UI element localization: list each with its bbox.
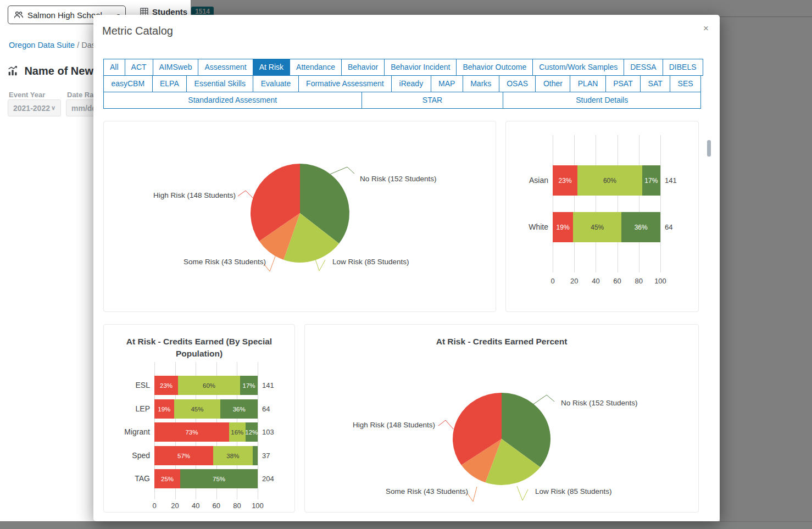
modal-backdrop-right <box>720 17 812 521</box>
axis-tick-label: 80 <box>227 502 246 510</box>
tab-behavior[interactable]: Behavior <box>341 59 385 76</box>
tab-elpa[interactable]: ELPA <box>152 75 187 92</box>
tab-aimsweb[interactable]: AIMSweb <box>153 59 199 76</box>
pie-leader-line <box>532 395 554 405</box>
tab-row-3: Standardized AssessmentSTARStudent Detai… <box>103 92 701 109</box>
axis-tick-label: 80 <box>630 277 648 285</box>
close-icon[interactable]: × <box>703 24 709 33</box>
metric-card-at-risk-pie[interactable]: No Risk (152 Students)Low Risk (85 Stude… <box>103 121 496 312</box>
bar-total-label: 37 <box>262 452 270 460</box>
tab-at-risk[interactable]: At Risk <box>253 59 290 76</box>
tab-student-details[interactable]: Student Details <box>503 92 701 109</box>
bar-segment: 23% <box>154 376 178 395</box>
date-range-label: Date Ra <box>67 91 93 99</box>
modal-scrollbar-thumb[interactable] <box>707 140 711 157</box>
bar-segment: 17% <box>240 376 258 395</box>
bar-segment <box>253 446 258 465</box>
chevron-down-icon: ∨ <box>51 104 55 112</box>
metric-card-credits-by-special-population[interactable]: At Risk - Credits Earned (By Special Pop… <box>103 324 295 513</box>
bar-segment: 60% <box>178 376 240 395</box>
tab-osas[interactable]: OSAS <box>499 75 536 92</box>
bar-segment-label: 16% <box>231 429 243 436</box>
tab-star[interactable]: STAR <box>361 92 504 109</box>
screen: Salmon High School ▾ Students 1514 Orego… <box>0 0 812 529</box>
bar-segment-label: 60% <box>203 382 215 389</box>
bar-category-label: ESL <box>104 381 150 389</box>
tab-essential-skills[interactable]: Essential Skills <box>186 75 253 92</box>
tab-easycbm[interactable]: easyCBM <box>103 75 153 92</box>
bar-segment-label: 36% <box>635 224 648 231</box>
tab-marks[interactable]: Marks <box>463 75 499 92</box>
bar-category-label: White <box>506 222 548 231</box>
tab-row-2: easyCBMELPAEssential SkillsEvaluateForma… <box>103 76 701 92</box>
axis-tick-label: 100 <box>651 277 670 285</box>
bar-segment-label: 19% <box>158 406 170 413</box>
bar-segment: 16% <box>229 422 246 442</box>
bar-segment-label: 38% <box>226 453 239 459</box>
axis-tick-label: 60 <box>207 502 226 510</box>
bar-segment: 57% <box>154 446 213 465</box>
event-year-label: Event Year <box>9 91 45 99</box>
tab-behavior-incident[interactable]: Behavior Incident <box>384 59 457 76</box>
pie-slice-label: Some Risk (43 Students) <box>183 258 266 266</box>
breadcrumb-separator: / <box>77 41 81 49</box>
pie-slice-label: Some Risk (43 Students) <box>386 487 468 495</box>
school-selector-label: Salmon High School <box>27 10 102 20</box>
pie-leader-line <box>438 420 453 429</box>
bar-segment: 36% <box>621 212 660 242</box>
pie-slice-label: Low Risk (85 Students) <box>332 258 409 266</box>
event-year-select[interactable]: 2021-2022 ∨ <box>8 99 61 116</box>
bar-segment: 60% <box>577 165 642 196</box>
axis-tick-label: 0 <box>145 502 164 510</box>
tab-assessment[interactable]: Assessment <box>198 59 253 76</box>
tab-dessa[interactable]: DESSA <box>624 59 663 76</box>
metric-card-credits-earned-percent[interactable]: At Risk - Credits Earned Percent No Risk… <box>304 324 699 513</box>
bar-total-label: 64 <box>262 405 270 413</box>
bar-segment-label: 45% <box>191 406 203 413</box>
tab-other[interactable]: Other <box>535 75 570 92</box>
gridline <box>596 135 596 272</box>
metric-catalog-modal: Metric Catalog × AllACTAIMSwebAssessment… <box>93 15 720 521</box>
tab-ses[interactable]: SES <box>670 75 701 92</box>
pie-leader-line <box>517 486 528 500</box>
tab-psat[interactable]: PSAT <box>605 75 641 92</box>
axis-tick-label: 20 <box>565 277 583 285</box>
tab-evaluate[interactable]: Evaluate <box>253 75 298 92</box>
tab-formative-assessment[interactable]: Formative Assessment <box>298 75 392 92</box>
tab-standardized-assessment[interactable]: Standardized Assessment <box>103 92 362 109</box>
tab-all[interactable]: All <box>103 59 125 76</box>
axis-tick-label: 40 <box>186 502 205 510</box>
bar-segment: 23% <box>553 165 577 196</box>
axis-tick-label: 20 <box>166 502 185 510</box>
tab-plan[interactable]: PLAN <box>570 75 605 92</box>
tab-attendance[interactable]: Attendance <box>290 59 342 76</box>
pie-leader-line <box>467 487 477 502</box>
metric-card-credits-by-race[interactable]: 020406080100Asian14123%60%17%White6419%4… <box>505 121 699 312</box>
gridline <box>553 135 553 272</box>
axis-tick-label: 100 <box>248 502 267 510</box>
tab-iready[interactable]: iReady <box>391 75 431 92</box>
bar-segment-label: 25% <box>161 476 174 482</box>
pie-chart <box>104 121 496 312</box>
pie-slice-label: Low Risk (85 Students) <box>535 487 612 495</box>
gridline <box>618 135 618 272</box>
breadcrumb-link[interactable]: Oregon Data Suite <box>9 41 75 49</box>
tab-behavior-outcome[interactable]: Behavior Outcome <box>456 59 533 76</box>
bar-category-label: TAG <box>104 474 150 483</box>
page-title-text: Name of New <box>24 65 93 77</box>
bar-segment-label: 73% <box>185 429 198 436</box>
bar-segment: 19% <box>553 212 573 242</box>
tab-row-1: AllACTAIMSwebAssessmentAt RiskAttendance… <box>103 59 701 76</box>
tab-map[interactable]: MAP <box>431 75 463 92</box>
tab-dibels[interactable]: DIBELS <box>663 59 703 76</box>
bar-segment: 36% <box>220 399 258 419</box>
tab-sat[interactable]: SAT <box>640 75 670 92</box>
bar-segment: 73% <box>154 422 229 442</box>
metric-filter-tabs: AllACTAIMSwebAssessmentAt RiskAttendance… <box>103 59 701 109</box>
bar-segment: 45% <box>174 399 221 419</box>
bar-segment-label: 23% <box>160 382 173 389</box>
people-icon <box>14 11 24 19</box>
pie-leader-line <box>238 191 253 198</box>
tab-act[interactable]: ACT <box>125 59 153 76</box>
tab-custom-work-samples[interactable]: Custom/Work Samples <box>532 59 624 76</box>
